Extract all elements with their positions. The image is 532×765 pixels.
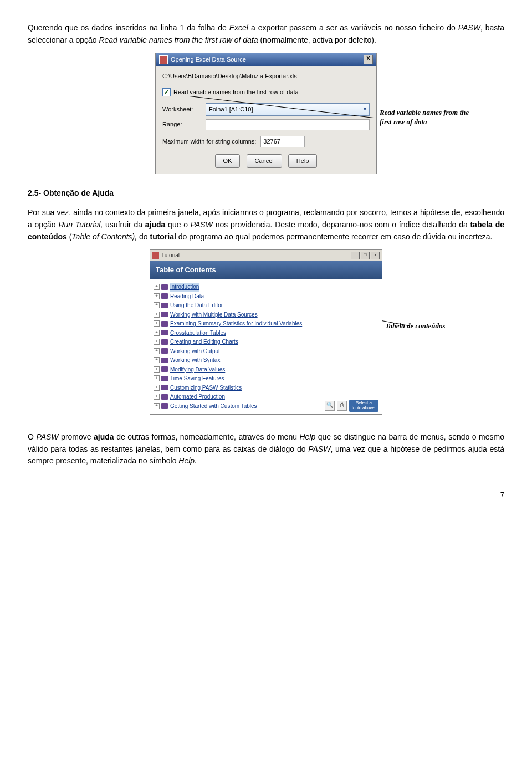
text: PASW [36,432,58,441]
toc-item[interactable]: +Creating and Editing Charts [154,338,378,346]
dialog-titlebar: Opening Excel Data Source X [156,53,376,66]
cancel-button[interactable]: Cancel [247,154,282,168]
toc-item[interactable]: +Modifying Data Values [154,365,378,374]
toc-link[interactable]: Automated Production [170,392,225,401]
text: (normalmente, activa por defeito). [258,35,376,44]
book-icon [161,293,168,299]
callout-label: Read variable names from the first raw o… [380,108,471,126]
expand-icon[interactable]: + [154,320,160,327]
toc-link[interactable]: Introduction [170,283,199,292]
page-number: 7 [28,489,504,501]
book-icon [161,376,168,381]
worksheet-label: Worksheet: [162,105,206,114]
toc-link[interactable]: Using the Data Editor [170,301,223,310]
range-row: Range: [162,119,370,130]
toc-item[interactable]: +Working with Output [154,347,378,356]
toc-body: +Introduction +Reading Data +Using the D… [150,279,382,414]
expand-icon[interactable]: + [154,375,160,381]
read-varnames-checkbox[interactable]: ✓ [162,88,171,96]
text: ajuda [94,432,114,441]
maxwidth-row: Maximum width for string columns: 32767 [162,136,370,147]
callout-text: first raw of data [380,118,471,126]
tutorial-titlebar: Tutorial _ □ x [150,250,382,261]
text: Table of Contents), [71,232,137,241]
toc-link[interactable]: Creating and Editing Charts [170,338,238,346]
search-icon[interactable]: 🔍 [325,401,335,411]
toc-link[interactable]: Examining Summary Statistics for Individ… [170,319,302,328]
dialog-title: Opening Excel Data Source [171,55,364,64]
book-icon [161,339,168,345]
toc-link[interactable]: Customizing PASW Statistics [170,384,242,392]
worksheet-row: Worksheet: Folha1 [A1:C10] ▾ [162,103,370,116]
close-button[interactable]: X [364,55,373,64]
worksheet-select[interactable]: Folha1 [A1:C10] ▾ [206,103,370,116]
expand-icon[interactable]: + [154,403,160,409]
maximize-button[interactable]: □ [361,252,370,259]
help-button[interactable]: Help [288,154,318,168]
ok-button[interactable]: OK [215,154,241,168]
text: a exportar passem a ser as variáveis no … [248,23,458,32]
dialog-body: C:\Users\BDamasio\Desktop\Matriz a Expor… [156,66,376,173]
hint-text: Select a [356,400,372,405]
expand-icon[interactable]: + [154,357,160,363]
toc-item[interactable]: +Reading Data [154,292,378,301]
book-icon [161,330,168,335]
toc-item[interactable]: +Customizing PASW Statistics [154,384,378,392]
checkbox-label: Read variable names from the first row o… [173,88,299,97]
toc-link[interactable]: Modifying Data Values [170,365,225,374]
toc-link[interactable]: Working with Syntax [170,356,220,365]
text: ajuda [145,220,166,229]
tutorial-title: Tutorial [161,251,351,260]
window-buttons: _ □ x [351,252,380,259]
help-menu-paragraph: O PASW promove ajuda de outras formas, n… [28,431,504,467]
toc-item[interactable]: +Time Saving Features [154,374,378,383]
toc-item[interactable]: +Working with Syntax [154,356,378,365]
chevron-down-icon: ▾ [364,105,366,114]
toc-link[interactable]: Working with Multiple Data Sources [170,310,258,319]
toc-item[interactable]: +Working with Multiple Data Sources [154,310,378,319]
book-icon [161,321,168,327]
open-excel-dialog-figure: Opening Excel Data Source X C:\Users\BDa… [155,53,377,174]
toc-item[interactable]: +Examining Summary Statistics for Indivi… [154,319,378,328]
text: PASW [458,23,480,32]
toc-item[interactable]: +Introduction [154,283,378,292]
text: Read variable names from the first raw o… [99,35,258,44]
open-excel-dialog: Opening Excel Data Source X C:\Users\BDa… [155,53,377,174]
expand-icon[interactable]: + [154,312,160,318]
print-icon[interactable]: ⎙ [337,401,347,411]
help-paragraph: Por sua vez, ainda no contexto da primei… [28,207,504,243]
text: do programa ao qual podemos permanenteme… [176,232,492,241]
book-icon [161,312,168,317]
toc-header: Table of Contents [150,261,382,279]
close-button[interactable]: x [371,252,380,259]
expand-icon[interactable]: + [154,348,160,354]
toc-item[interactable]: +Crosstabulation Tables [154,329,378,338]
minimize-button[interactable]: _ [351,252,360,259]
book-icon [161,403,168,409]
maxwidth-input[interactable]: 32767 [260,136,305,147]
toc-item[interactable]: +Using the Data Editor [154,301,378,310]
expand-icon[interactable]: + [154,366,160,373]
text: de outras formas, nomeadamente, através … [114,432,300,441]
toc-link[interactable]: Working with Output [170,347,220,356]
toc-link[interactable]: Getting Started with Custom Tables [170,402,257,411]
toc-link[interactable]: Crosstabulation Tables [170,329,226,338]
expand-icon[interactable]: + [154,284,160,290]
expand-icon[interactable]: + [154,293,160,299]
expand-icon[interactable]: + [154,339,160,345]
read-varnames-checkbox-row: ✓ Read variable names from the first row… [162,88,370,97]
toc-link[interactable]: Time Saving Features [170,374,224,383]
app-icon [159,55,168,64]
book-icon [161,348,168,354]
expand-icon[interactable]: + [154,394,160,400]
text: Help. [178,456,197,465]
expand-icon[interactable]: + [154,330,160,336]
text: Excel [229,23,248,32]
tutorial-footer: 🔍 ⎙ Select a topic above. [325,400,378,412]
text: PASW [308,445,330,453]
expand-icon[interactable]: + [154,385,160,391]
toc-link[interactable]: Reading Data [170,292,204,301]
text: usufruir da [103,220,145,229]
range-input[interactable] [206,119,370,130]
expand-icon[interactable]: + [154,302,160,308]
